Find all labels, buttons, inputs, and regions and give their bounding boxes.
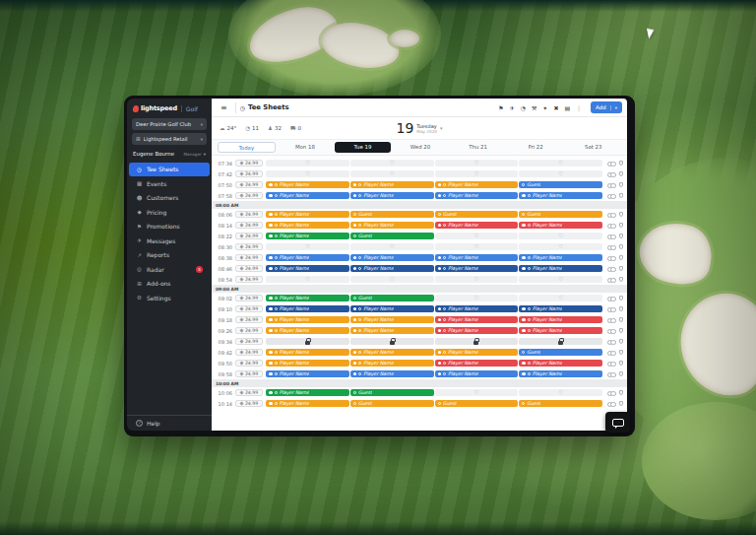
players-icon[interactable] (607, 371, 615, 377)
booking-slot-player[interactable]: Player Name (435, 305, 519, 313)
booking-slot-player[interactable]: Player Name (266, 254, 349, 262)
booking-slot-player[interactable]: Player Name (350, 360, 434, 368)
booking-slot-guest[interactable]: Guest (519, 400, 602, 408)
cart-icon[interactable] (619, 161, 624, 166)
printer-icon[interactable]: ▤ (564, 104, 570, 111)
user-menu[interactable]: Eugene Bourne Manager ▾ (133, 151, 206, 157)
rate-badge[interactable]: 24.99 (235, 338, 263, 346)
booking-slot-player[interactable]: Player Name (266, 222, 349, 230)
app-selector[interactable]: ⊞ Lightspeed Retail ▾ (132, 133, 207, 145)
sidebar-item-radar[interactable]: ◎Radar5 (132, 263, 207, 277)
sidebar-item-pricing[interactable]: ◆Pricing (132, 206, 207, 220)
empty-slot[interactable]: ○ (350, 160, 434, 167)
booking-slot-player[interactable]: Player Name (350, 254, 434, 262)
sidebar-item-reports[interactable]: ↗Reports (132, 248, 207, 262)
booking-slot-guest[interactable]: Guest (350, 400, 434, 408)
players-icon[interactable] (607, 171, 615, 177)
booking-slot-player[interactable]: Player Name (435, 370, 519, 378)
rate-badge[interactable]: 24.99 (235, 327, 263, 335)
empty-slot[interactable]: ○ (350, 276, 434, 284)
booking-slot-player[interactable]: Player Name (519, 370, 602, 378)
cart-icon[interactable] (619, 255, 624, 260)
cart-icon[interactable] (619, 212, 624, 217)
booking-slot-player[interactable]: Player Name (266, 360, 349, 368)
more-icon[interactable]: ⋮ (576, 104, 582, 111)
rate-badge[interactable]: 24.99 (235, 170, 263, 178)
rate-badge[interactable]: 24.99 (235, 192, 263, 200)
booking-slot-player[interactable]: Player Name (435, 254, 519, 262)
empty-slot[interactable]: ○ (435, 276, 519, 284)
booking-slot-guest[interactable]: Guest (350, 389, 434, 397)
add-button[interactable]: Add▾ (591, 101, 622, 113)
booking-slot-guest[interactable]: Guest (350, 211, 434, 219)
booking-slot-guest[interactable]: Guest (519, 181, 602, 189)
players-icon[interactable] (607, 390, 615, 396)
rate-badge[interactable]: 24.99 (235, 295, 263, 302)
empty-slot[interactable]: ○ (435, 233, 519, 240)
rate-badge[interactable]: 24.99 (235, 265, 263, 273)
booking-slot-player[interactable]: Player Name (350, 222, 434, 230)
players-icon[interactable] (607, 277, 615, 283)
booking-slot-player[interactable]: Player Name (266, 370, 349, 378)
rate-badge[interactable]: 24.99 (235, 254, 263, 262)
booking-slot-player[interactable]: Player Name (266, 400, 349, 408)
sidebar-item-events[interactable]: ▦Events (132, 177, 207, 191)
booking-slot-player[interactable]: Player Name (350, 181, 434, 189)
rate-badge[interactable]: 24.99 (235, 233, 263, 240)
rate-badge[interactable]: 24.99 (235, 243, 263, 251)
date-picker[interactable]: 19 Tuesday May 2020 ▾ (397, 121, 443, 135)
cart-icon[interactable] (619, 193, 624, 198)
booking-slot-player[interactable]: Player Name (435, 360, 519, 368)
empty-slot[interactable]: ○ (519, 170, 602, 178)
booking-slot-player[interactable]: Player Name (435, 327, 519, 335)
booking-slot-player[interactable]: Player Name (350, 370, 434, 378)
players-icon[interactable] (607, 255, 615, 261)
booking-slot-player[interactable]: Player Name (519, 222, 602, 230)
sidebar-item-customers[interactable]: ☻Customers (132, 191, 207, 205)
empty-slot[interactable]: ○ (519, 233, 602, 240)
booking-slot-player[interactable]: Player Name (350, 265, 434, 273)
booking-slot-player[interactable]: Player Name (435, 181, 519, 189)
chart-icon[interactable]: ⚑ (498, 104, 503, 111)
booking-slot-guest[interactable]: Guest (519, 349, 602, 357)
cart-icon[interactable] (619, 371, 624, 376)
day-tab-today[interactable]: Today (218, 142, 276, 153)
sidebar-item-settings[interactable]: ⚙Settings (132, 292, 207, 305)
cart-icon[interactable] (619, 390, 624, 395)
empty-slot[interactable]: ○ (435, 160, 519, 167)
cart-icon[interactable] (619, 171, 624, 176)
booking-slot-player[interactable]: Player Name (266, 305, 349, 313)
day-tab-tue-19[interactable]: Tue 19 (335, 142, 391, 153)
rate-badge[interactable]: 24.99 (235, 400, 263, 408)
empty-slot[interactable]: ○ (266, 170, 349, 178)
players-icon[interactable] (607, 361, 615, 367)
empty-slot[interactable]: ○ (435, 243, 519, 251)
booking-slot-player[interactable]: Player Name (266, 389, 349, 397)
booking-slot-player[interactable]: Player Name (435, 265, 519, 273)
empty-slot[interactable]: ○ (519, 243, 602, 251)
empty-slot[interactable]: ○ (266, 243, 349, 251)
booking-slot-player[interactable]: Player Name (519, 192, 602, 200)
booking-slot-player[interactable]: Player Name (266, 295, 349, 302)
players-icon[interactable] (607, 339, 615, 345)
bell-icon[interactable]: ✦ (542, 104, 547, 111)
players-icon[interactable] (607, 193, 615, 199)
day-tab-wed-20[interactable]: Wed 20 (393, 142, 449, 153)
day-tab-mon-18[interactable]: Mon 18 (278, 142, 334, 153)
day-tab-sat-23[interactable]: Sat 23 (565, 142, 621, 153)
cart-icon[interactable] (619, 361, 624, 366)
booking-slot-player[interactable]: Player Name (435, 316, 519, 324)
booking-slot-player[interactable]: Player Name (350, 327, 434, 335)
day-tab-thu-21[interactable]: Thu 21 (450, 142, 506, 153)
empty-slot[interactable]: ○ (519, 389, 602, 397)
cart-icon[interactable] (619, 350, 624, 355)
cart-icon[interactable] (619, 182, 624, 187)
cart-icon[interactable] (619, 296, 624, 301)
players-icon[interactable] (607, 306, 615, 312)
booking-slot-player[interactable]: Player Name (350, 192, 434, 200)
booking-slot-guest[interactable]: Guest (350, 233, 434, 240)
booking-slot-guest[interactable]: Guest (435, 211, 519, 219)
booking-slot-player[interactable]: Player Name (519, 305, 602, 313)
booking-slot-player[interactable]: Player Name (519, 316, 602, 324)
cart-icon[interactable] (619, 244, 624, 249)
